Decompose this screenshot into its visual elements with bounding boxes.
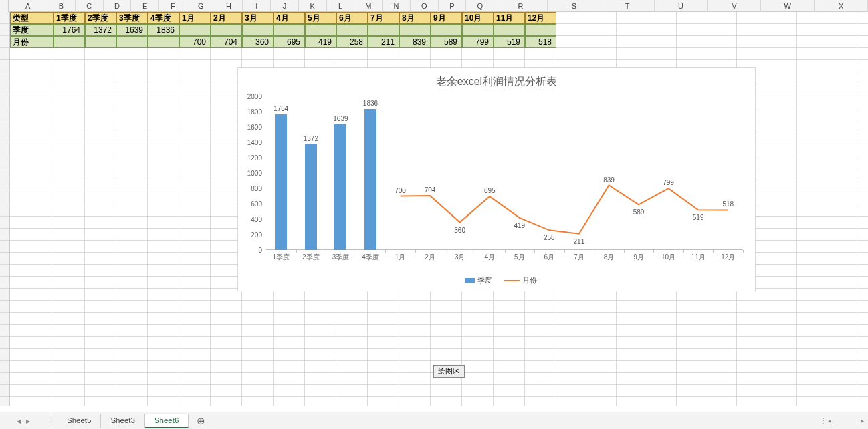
col-header-C[interactable]: C: [76, 0, 104, 12]
cell[interactable]: [556, 48, 617, 60]
cell[interactable]: [10, 132, 53, 144]
cell[interactable]: [677, 301, 737, 313]
cell[interactable]: [116, 313, 148, 325]
cell[interactable]: [148, 253, 179, 265]
header-cell[interactable]: 1季度: [53, 12, 85, 24]
cell[interactable]: [797, 120, 857, 132]
cell[interactable]: [116, 277, 148, 289]
cell[interactable]: [211, 385, 242, 397]
cell[interactable]: [797, 349, 857, 361]
cell[interactable]: [797, 217, 857, 229]
col-header-M[interactable]: M: [354, 0, 383, 12]
cell-month[interactable]: 419: [305, 36, 336, 48]
cell[interactable]: [179, 337, 211, 349]
cell[interactable]: [797, 24, 857, 36]
cell[interactable]: [85, 108, 116, 120]
cell[interactable]: [53, 144, 85, 156]
cell-quarter-empty[interactable]: [274, 24, 305, 36]
cell[interactable]: [797, 229, 857, 241]
split-handle-icon[interactable]: ⋮: [820, 417, 827, 424]
header-cell[interactable]: 8月: [399, 12, 431, 24]
cell[interactable]: [336, 301, 368, 313]
cell[interactable]: [857, 253, 868, 265]
cell[interactable]: [274, 337, 305, 349]
cell[interactable]: [179, 397, 211, 406]
cell[interactable]: [116, 385, 148, 397]
col-header-H[interactable]: H: [215, 0, 243, 12]
cell[interactable]: [617, 36, 677, 48]
cell[interactable]: [10, 60, 53, 72]
cell[interactable]: [179, 48, 211, 60]
cell[interactable]: [53, 192, 85, 204]
cell[interactable]: [10, 192, 53, 204]
row-header-7[interactable]: [0, 84, 9, 96]
cell[interactable]: [53, 84, 85, 96]
cell[interactable]: [857, 24, 868, 36]
cell[interactable]: [148, 120, 179, 132]
cell[interactable]: [116, 289, 148, 301]
cell[interactable]: [399, 373, 431, 385]
cell-quarter[interactable]: 1372: [85, 24, 116, 36]
cell[interactable]: [148, 48, 179, 60]
cell[interactable]: [556, 24, 617, 36]
cell[interactable]: [797, 48, 857, 60]
cell[interactable]: [462, 361, 494, 373]
cell[interactable]: [53, 289, 85, 301]
cell[interactable]: [677, 313, 737, 325]
header-cell[interactable]: 6月: [336, 12, 368, 24]
cell[interactable]: [274, 373, 305, 385]
row-header-14[interactable]: [0, 168, 9, 180]
cell[interactable]: [797, 373, 857, 385]
cell[interactable]: [494, 397, 525, 406]
cell[interactable]: [53, 325, 85, 337]
cell[interactable]: [85, 265, 116, 277]
cell[interactable]: [10, 180, 53, 192]
cell[interactable]: [53, 313, 85, 325]
cell[interactable]: [399, 48, 431, 60]
row-header-13[interactable]: [0, 156, 9, 168]
cell[interactable]: [85, 349, 116, 361]
col-header-J[interactable]: J: [271, 0, 299, 12]
cell[interactable]: [116, 84, 148, 96]
cell[interactable]: [242, 337, 274, 349]
cell[interactable]: [211, 373, 242, 385]
cell[interactable]: [179, 313, 211, 325]
cell[interactable]: [179, 385, 211, 397]
cell[interactable]: [148, 397, 179, 406]
cell[interactable]: [336, 325, 368, 337]
cell[interactable]: [85, 253, 116, 265]
cell[interactable]: [556, 349, 617, 361]
cell[interactable]: [737, 385, 797, 397]
cell[interactable]: [336, 349, 368, 361]
cell[interactable]: [148, 349, 179, 361]
cell[interactable]: [116, 217, 148, 229]
cell[interactable]: [857, 96, 868, 108]
cell[interactable]: [336, 361, 368, 373]
cell[interactable]: [85, 120, 116, 132]
cell[interactable]: [179, 301, 211, 313]
cell[interactable]: [797, 253, 857, 265]
header-cell[interactable]: 2月: [211, 12, 242, 24]
cell[interactable]: [857, 84, 868, 96]
tab-prev-icon[interactable]: ◂: [17, 416, 21, 426]
cell[interactable]: [10, 253, 53, 265]
row-header-29[interactable]: [0, 349, 9, 361]
cell[interactable]: [179, 289, 211, 301]
cell[interactable]: [274, 361, 305, 373]
col-header-L[interactable]: L: [327, 0, 355, 12]
cell[interactable]: [85, 385, 116, 397]
cell[interactable]: [179, 349, 211, 361]
row-header-12[interactable]: [0, 144, 9, 156]
cell[interactable]: [737, 373, 797, 385]
cell[interactable]: [116, 373, 148, 385]
cell[interactable]: [617, 313, 677, 325]
cell[interactable]: [431, 349, 462, 361]
row-header-20[interactable]: [0, 241, 9, 253]
cell[interactable]: [116, 361, 148, 373]
cell[interactable]: [305, 313, 336, 325]
row-header-4[interactable]: [0, 48, 9, 60]
cell[interactable]: [211, 361, 242, 373]
cell[interactable]: [617, 337, 677, 349]
cell[interactable]: [148, 373, 179, 385]
cell-month[interactable]: 258: [336, 36, 368, 48]
